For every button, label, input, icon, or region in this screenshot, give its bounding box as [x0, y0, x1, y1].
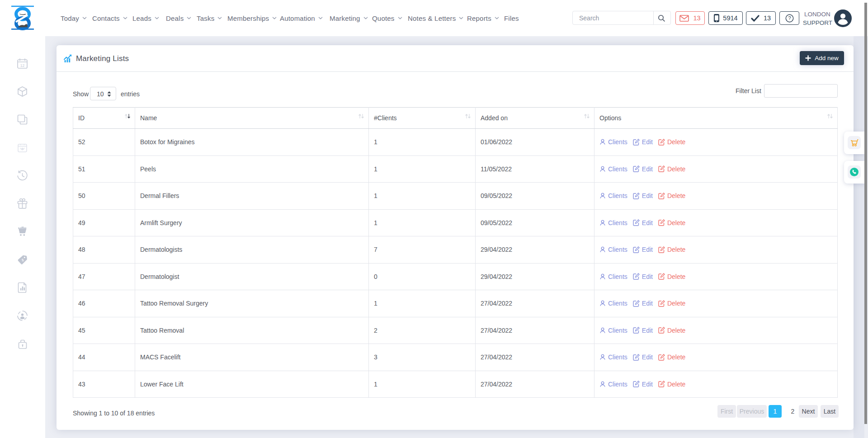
svg-text:?: ? [788, 15, 791, 21]
svg-text:12: 12 [20, 63, 25, 68]
